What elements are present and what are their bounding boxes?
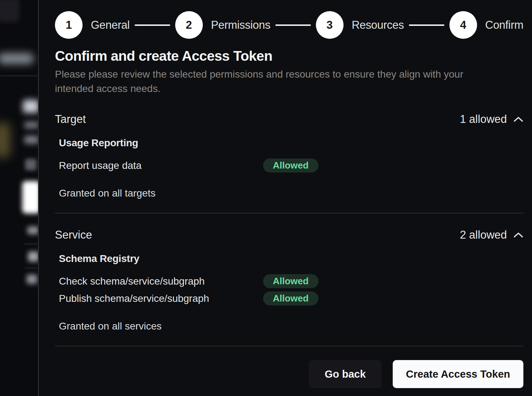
chevron-up-icon [513,232,523,238]
status-badge: Allowed [263,291,318,305]
blurred-icon [25,159,37,170]
footer-divider [55,346,523,346]
allowed-count: 2 allowed [460,229,507,241]
page-subtitle: Please please review the selected permis… [55,67,496,96]
allowed-count: 1 allowed [460,113,507,126]
blurred-divider [24,244,38,244]
stepper-connector [135,24,170,26]
section-title: Target [55,113,86,126]
blurred-accent-blob [0,123,10,157]
step-number-circle: 3 [316,11,344,39]
wizard-stepper: 1 General 2 Permissions 3 Resources 4 Co… [55,11,523,39]
permission-group-title: Schema Registry [59,253,523,264]
blurred-logo [0,0,19,22]
step-label: Confirm [485,19,523,32]
step-label: Permissions [211,19,271,32]
service-collapse-toggle[interactable]: 2 allowed [460,229,523,241]
permission-row: Check schema/service/subgraph Allowed [59,274,523,288]
blurred-list-text [27,226,38,234]
modal-footer: Go back Create Access Token [55,360,523,388]
status-badge: Allowed [263,274,318,288]
blurred-list-text [28,252,38,262]
permission-row: Publish schema/service/subgraph Allowed [59,291,523,305]
permission-group-usage-reporting: Usage Reporting Report usage data Allowe… [59,137,523,172]
status-badge: Allowed [263,158,318,172]
page-title: Confirm and create Access Token [55,48,523,64]
step-label: Resources [352,19,404,32]
blurred-list-text [27,275,37,284]
create-access-token-modal: 1 General 2 Permissions 3 Resources 4 Co… [39,0,532,396]
blurred-nav-text [0,53,34,64]
step-number-circle: 2 [175,11,203,39]
create-access-token-button[interactable]: Create Access Token [393,360,523,388]
blurred-body-text [24,136,38,144]
granted-scope-text: Granted on all services [59,321,523,332]
section-divider [55,213,523,213]
blurred-divider [0,75,38,76]
chevron-up-icon [513,116,523,123]
blurred-heading-text [23,100,38,113]
section-header-target: Target 1 allowed [55,113,523,126]
blurred-body-text [24,121,38,129]
step-label: General [91,19,130,32]
permission-group-title: Usage Reporting [59,137,523,149]
section-header-service: Service 2 allowed [55,229,523,241]
step-number-circle: 1 [55,11,83,39]
stepper-step-general[interactable]: 1 General [55,11,130,39]
permission-label: Report usage data [59,160,263,171]
background-app-blurred [0,0,38,396]
permission-group-schema-registry: Schema Registry Check schema/service/sub… [59,253,523,305]
stepper-step-confirm[interactable]: 4 Confirm [449,11,523,39]
permission-label: Publish schema/service/subgraph [59,293,263,304]
blurred-divider [24,268,38,268]
section-title: Service [55,229,92,241]
permission-row: Report usage data Allowed [59,158,523,172]
blurred-white-card [22,181,38,213]
stepper-step-resources[interactable]: 3 Resources [316,11,404,39]
stepper-step-permissions[interactable]: 2 Permissions [175,11,271,39]
stepper-connector [409,24,444,26]
permission-label: Check schema/service/subgraph [59,276,263,287]
target-collapse-toggle[interactable]: 1 allowed [460,113,523,126]
go-back-button[interactable]: Go back [309,360,381,388]
stepper-connector [275,24,311,26]
granted-scope-text: Granted on all targets [59,188,523,199]
step-number-circle: 4 [449,11,477,39]
